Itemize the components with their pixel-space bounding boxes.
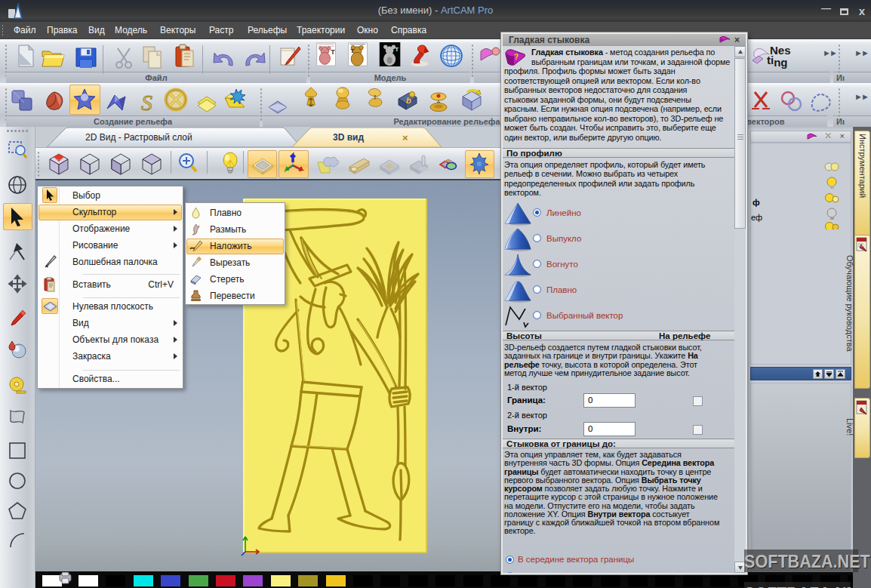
svg-text:2D Вид - Растровый слой: 2D Вид - Растровый слой (85, 132, 192, 143)
svg-text:3D вид: 3D вид (333, 132, 364, 143)
svg-text:×: × (402, 132, 408, 143)
svg-text:T: T (331, 48, 335, 56)
svg-text:T: T (350, 48, 354, 54)
svg-text:T: T (395, 46, 399, 53)
svg-text:b: b (406, 96, 411, 105)
svg-text:S: S (141, 91, 152, 115)
